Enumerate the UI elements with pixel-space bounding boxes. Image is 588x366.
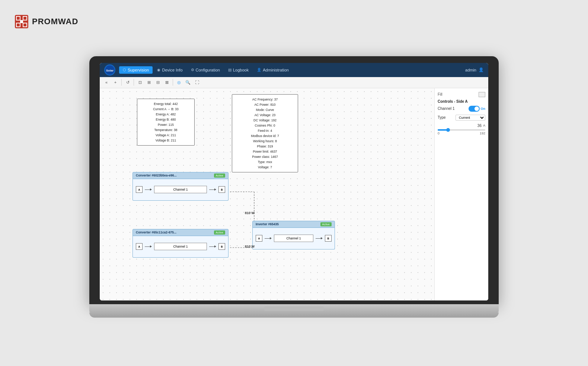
arrow-line-h-3 <box>145 246 150 247</box>
toolbar-undo-btn[interactable]: ↺ <box>124 79 131 86</box>
ac-power-class: Power class: 1467 <box>235 154 295 159</box>
info-energy-a: Energy A: 482 <box>140 112 191 117</box>
app-logo-circle: Solar <box>104 64 115 76</box>
info-energy-total: Energy total: 442 <box>140 101 191 106</box>
info-temperature: Temperature: 38 <box>140 127 191 133</box>
slider-container: 36 A 0 192 <box>438 124 485 135</box>
ac-dc-voltage: DC Voltage: 192 <box>235 118 295 123</box>
converter2-arrow-in <box>145 245 152 248</box>
nav-logbook-label: Logbook <box>233 68 249 72</box>
ac-power: AC Power: 810 <box>235 102 295 107</box>
slider-fill <box>438 129 447 131</box>
toolbar-collapse-btn[interactable]: « <box>103 79 110 86</box>
inverter-id: Inverter #65435 <box>256 222 279 226</box>
converter2-node-a: A <box>136 243 143 250</box>
nav-administration-label: Administration <box>263 68 289 72</box>
power-label-bottom: 810 W <box>245 245 255 248</box>
info-voltage-a: Voltage A: 211 <box>140 133 191 138</box>
inverter-group: Inverter #65435 Active A Channel 1 <box>252 221 335 249</box>
converter1-status: Active <box>214 174 225 178</box>
laptop-trackpad <box>264 306 324 311</box>
toolbar-sep-1 <box>121 79 122 86</box>
converter1-id: Converter #6023b5ea-e96... <box>136 174 177 177</box>
toolbar-grid3-btn[interactable]: ⊟ <box>154 79 162 86</box>
ac-voltage: AC Voltage: 23 <box>235 112 295 118</box>
converter1-node-a: A <box>136 186 143 193</box>
nav-user: admin <box>465 68 476 72</box>
slider-thumb[interactable] <box>446 128 450 132</box>
inverter-arrow-in <box>265 237 272 239</box>
slider-track[interactable] <box>438 129 485 131</box>
toolbar-fit-btn[interactable]: ⛶ <box>193 79 201 86</box>
user-icon[interactable]: 👤 <box>479 67 484 72</box>
slider-max: 192 <box>480 131 485 135</box>
converter2-arrow-out <box>209 245 216 248</box>
app-canvas: Energy total: 442 Current A → B: 33 Ener… <box>100 88 488 300</box>
ac-phase: Phase: 319 <box>235 144 295 149</box>
ac-voltage-val: Voltage: 7 <box>235 165 295 170</box>
info-voltage-b: Voltage B: 211 <box>140 138 191 143</box>
converter1-arrow-in <box>145 188 152 191</box>
channel-label: Channel 1 <box>438 106 455 111</box>
promwad-icon <box>15 15 28 28</box>
converter2-status: Active <box>214 230 225 235</box>
arrow-head-4 <box>214 245 216 248</box>
laptop-base <box>89 304 499 312</box>
converter1-group: Converter #6023b5ea-e96... Active A Chan… <box>132 172 229 201</box>
toolbar-target-btn[interactable]: ◎ <box>175 79 183 86</box>
ac-cosines: Cosines Phi: 0 <box>235 123 295 128</box>
nav-configuration[interactable]: ⚙ Configuration <box>187 66 224 74</box>
arrow-line-h <box>145 190 150 190</box>
converter1-body: A Channel 1 B <box>132 179 229 201</box>
logbook-icon: ▤ <box>228 68 231 72</box>
right-panel: Fill Controls - Side A Channel 1 On Type <box>434 88 488 300</box>
type-select[interactable]: Current <box>456 115 485 121</box>
canvas-area[interactable]: Energy total: 442 Current A → B: 33 Ener… <box>100 88 434 300</box>
converter1-arrow-out <box>209 188 216 191</box>
toolbar-grid2-btn[interactable]: ⊞ <box>145 79 153 86</box>
arrow-line-h-2 <box>209 190 214 190</box>
toolbar-sep-3 <box>173 79 173 86</box>
nav-supervision-label: Supervision <box>128 68 149 72</box>
laptop-bottom <box>89 312 499 318</box>
fill-label: Fill <box>438 92 442 96</box>
inverter-status: Active <box>320 222 332 226</box>
nav-device-info[interactable]: ◉ Device Info <box>153 66 186 74</box>
fill-box[interactable] <box>479 92 485 97</box>
toolbar-grid4-btn[interactable]: ⊠ <box>163 79 170 86</box>
nav-items: ⬡ Supervision ◉ Device Info ⚙ Configurat… <box>119 66 465 74</box>
inverter-node-a: A <box>256 235 262 242</box>
converter2-header: Converter #65c11ca2-675... Active <box>132 229 229 236</box>
ac-feed-in: Feed-in: 4 <box>235 128 295 133</box>
nav-supervision[interactable]: ⬡ Supervision <box>119 66 153 74</box>
svg-text:Solar: Solar <box>106 69 114 72</box>
ac-info-box: AC Frequency: 37 AC Power: 810 Mode: Cur… <box>232 94 298 172</box>
converter1-node-b: B <box>218 186 225 193</box>
arrow-head-5 <box>270 237 272 239</box>
ac-power-limit: Power limit: 4637 <box>235 149 295 154</box>
nav-logbook[interactable]: ▤ Logbook <box>224 66 252 74</box>
toolbar-zoom-btn[interactable]: 🔍 <box>184 79 192 86</box>
ac-mode: Mode: Curve <box>235 107 295 112</box>
info-power: Power: 115 <box>140 122 191 127</box>
toolbar-grid1-btn[interactable]: ⊡ <box>136 79 144 86</box>
laptop-screen-outer: Solar ⬡ Supervision ◉ Device Info ⚙ <box>89 56 499 304</box>
app-toolbar: « + ↺ ⊡ ⊞ ⊟ ⊠ ◎ 🔍 ⛶ <box>100 77 488 88</box>
arrow-head-2 <box>214 188 216 191</box>
power-label-top: 810 W <box>245 211 255 215</box>
nav-configuration-label: Configuration <box>196 68 220 72</box>
app-navbar: Solar ⬡ Supervision ◉ Device Info ⚙ <box>100 63 488 77</box>
info-energy-b: Energy B: 480 <box>140 117 191 122</box>
channel-toggle[interactable] <box>469 106 480 112</box>
toolbar-add-btn[interactable]: + <box>112 79 119 86</box>
promwad-logo: PROMWAD <box>15 15 78 28</box>
converter2-channel: Channel 1 <box>154 243 207 250</box>
nav-administration[interactable]: 👤 Administration <box>253 66 293 74</box>
ac-type: Type: mxx <box>235 159 295 165</box>
arrow-head-3 <box>150 245 152 248</box>
ac-frequency: AC Frequency: 37 <box>235 97 295 102</box>
ac-working-hours: Working hours: 8 <box>235 139 295 144</box>
promwad-name: PROMWAD <box>32 17 78 26</box>
arrow-head-6 <box>321 237 323 239</box>
inverter-channel: Channel 1 <box>274 235 313 242</box>
